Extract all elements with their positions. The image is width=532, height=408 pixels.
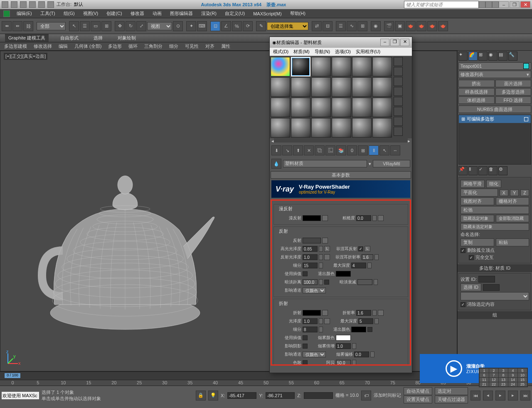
move-icon[interactable]: ✥: [115, 21, 125, 31]
material-type-button[interactable]: VRayMtl: [373, 160, 410, 167]
l-button[interactable]: L: [324, 246, 330, 252]
menu-maxscript[interactable]: MAXScript(M): [251, 10, 283, 17]
mat-slot[interactable]: [372, 98, 392, 117]
percent-snap-icon[interactable]: %: [232, 21, 242, 31]
link-icon[interactable]: ⇴: [2, 21, 12, 31]
sel-id-spinner[interactable]: [483, 284, 500, 291]
mat-slot[interactable]: [311, 98, 331, 117]
panel-tri[interactable]: 三角剖分: [142, 42, 165, 50]
refr-gloss-spinner[interactable]: [303, 318, 318, 324]
btn-ffd-sel[interactable]: FFD 选择: [495, 96, 532, 104]
mat-slot[interactable]: [311, 57, 331, 76]
sel-lock-button[interactable]: 选定对: [435, 387, 468, 395]
close-button[interactable]: ✕: [520, 1, 530, 8]
rollout-basic-params[interactable]: 基本参数: [271, 171, 411, 179]
play-start-icon[interactable]: ⏮: [470, 391, 480, 401]
mat-name-dropdown-icon[interactable]: ▾: [369, 161, 371, 167]
refract-map-button[interactable]: [322, 310, 328, 316]
hilight-gloss-spinner[interactable]: [303, 246, 318, 252]
modifier-list-dropdown[interactable]: 修改器列表▾: [458, 71, 531, 78]
coord-x[interactable]: [227, 392, 256, 399]
roughness-spinner[interactable]: [356, 215, 371, 221]
refl-gloss-map-button[interactable]: [324, 254, 330, 260]
chk-del-iso[interactable]: [461, 248, 466, 253]
spinner-icon[interactable]: [367, 263, 372, 268]
set-id-spinner[interactable]: [478, 276, 495, 283]
spinner-icon[interactable]: [374, 318, 379, 324]
mat-slot[interactable]: [311, 118, 331, 138]
ref-coord[interactable]: 视图: [147, 22, 172, 30]
refr-maxdepth-spinner[interactable]: [358, 318, 373, 324]
mat-slot[interactable]: [271, 77, 290, 97]
mat-menu-mode[interactable]: 模式(D): [273, 49, 288, 55]
panel-modsel[interactable]: 修改选择: [31, 42, 54, 50]
mat-menu-util[interactable]: 实用程序(U): [356, 49, 380, 55]
panel-vis[interactable]: 可见性: [182, 42, 201, 50]
btn-extrude[interactable]: 挤出: [458, 80, 495, 87]
render-prod-icon[interactable]: 🫖: [416, 21, 426, 31]
diffuse-color-swatch[interactable]: [303, 215, 321, 221]
mat-slot[interactable]: [372, 57, 392, 76]
btn-vol-sel[interactable]: 体积选择: [458, 96, 495, 104]
mat-slot[interactable]: [352, 98, 372, 117]
put-to-scene-icon[interactable]: ↘: [282, 145, 292, 155]
edit-named-sel-icon[interactable]: ✎: [256, 21, 266, 31]
abbe-spinner[interactable]: [336, 360, 351, 366]
rollout-poly-matid[interactable]: 多边形: 材质 ID: [458, 264, 532, 272]
play-end-icon[interactable]: ⏭: [520, 391, 530, 401]
render-icon[interactable]: 🫖: [406, 21, 416, 31]
panel-polymodel[interactable]: 多边形建模: [2, 42, 30, 50]
stack-toggle-icon[interactable]: [524, 117, 528, 121]
remove-mod-icon[interactable]: 🗑: [488, 166, 498, 175]
dim-dist-spinner[interactable]: [303, 279, 318, 285]
spinner-icon[interactable]: [370, 351, 374, 357]
play-icon[interactable]: ▸: [495, 391, 505, 401]
redo-icon[interactable]: [47, 1, 54, 8]
get-material-icon[interactable]: ⬇: [271, 145, 281, 155]
refl-exit-color-swatch[interactable]: [336, 271, 351, 277]
align-icon[interactable]: ⊟: [323, 21, 332, 31]
mat-slot[interactable]: [311, 77, 331, 97]
tab-create-icon[interactable]: ✦: [458, 52, 468, 61]
mat-slot[interactable]: [332, 77, 351, 97]
snap-toggle-icon[interactable]: ⊡: [210, 21, 220, 31]
selection-filter[interactable]: 全部: [37, 22, 66, 30]
ribbon-freeform[interactable]: 自由形式: [57, 34, 82, 42]
viewport-label[interactable]: [+][正交][真实+边面]: [4, 53, 47, 60]
matid-channel-icon[interactable]: 0: [347, 145, 357, 155]
mat-slot[interactable]: [332, 57, 351, 76]
star-icon[interactable]: [485, 1, 492, 8]
menu-view[interactable]: 视图(V): [81, 10, 100, 17]
stack-editable-poly[interactable]: ⊞ 可编辑多边形: [459, 115, 531, 123]
spinner-icon[interactable]: [319, 279, 323, 285]
rotate-icon[interactable]: ↻: [126, 21, 135, 31]
btn-x[interactable]: X: [500, 189, 508, 196]
layers-icon[interactable]: ☰: [336, 21, 346, 31]
go-parent-icon[interactable]: ↖: [379, 145, 389, 155]
new-icon[interactable]: [11, 1, 17, 8]
menu-modifiers[interactable]: 修改器: [129, 10, 146, 17]
make-preview-icon[interactable]: [394, 107, 403, 116]
rect-select-icon[interactable]: ▭: [91, 21, 101, 31]
open-icon[interactable]: [20, 1, 27, 8]
menu-customize[interactable]: 自定义(U): [223, 10, 246, 17]
named-selection-set[interactable]: 创建选择集: [267, 22, 308, 30]
set-key-button[interactable]: 设置关键点: [404, 396, 432, 403]
btn-spline-sel[interactable]: 样条线选择: [458, 88, 495, 96]
video-check-icon[interactable]: [394, 97, 403, 106]
undo-icon[interactable]: [38, 1, 45, 8]
btn-unhide-all[interactable]: 全部取消隐藏: [496, 215, 530, 222]
auto-key-button[interactable]: 自动关键点: [404, 387, 432, 395]
render-setup-icon[interactable]: 🎬: [384, 21, 394, 31]
menu-tools[interactable]: 工具(T): [39, 10, 57, 17]
ribbon-paint[interactable]: 对象绘制: [114, 34, 139, 42]
panel-loop[interactable]: 循环: [126, 42, 140, 50]
mat-slot-1[interactable]: [271, 57, 290, 76]
refr-exit-color-swatch[interactable]: [351, 327, 366, 332]
panel-edit[interactable]: 编辑: [56, 42, 70, 50]
mat-slot[interactable]: [352, 77, 372, 97]
tab-utilities-icon[interactable]: 🔧: [508, 52, 517, 61]
schematic-icon[interactable]: ⊞: [357, 21, 367, 31]
pick-material-icon[interactable]: 💧: [271, 159, 281, 169]
refr-subdivs-spinner[interactable]: [303, 327, 318, 332]
